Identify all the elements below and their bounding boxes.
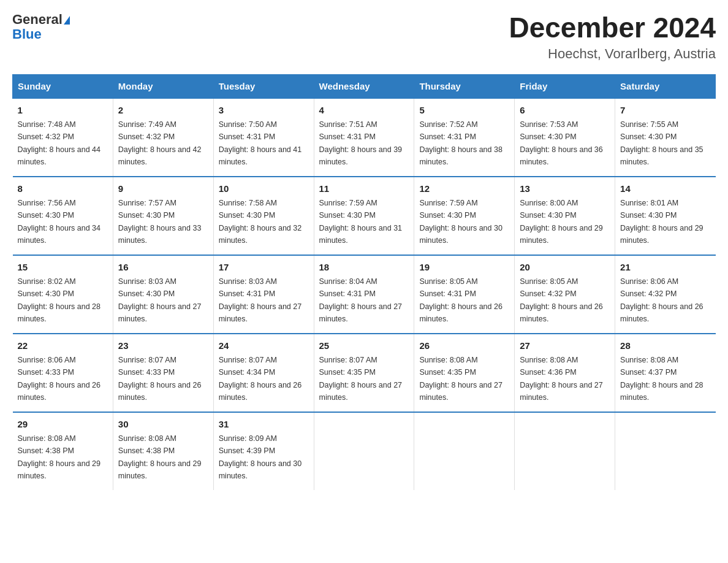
day-info: Sunrise: 7:56 AMSunset: 4:30 PMDaylight:… [18, 199, 101, 245]
day-number: 14 [620, 182, 710, 196]
day-number: 20 [520, 261, 610, 275]
day-info: Sunrise: 8:08 AMSunset: 4:38 PMDaylight:… [18, 434, 101, 480]
day-info: Sunrise: 7:48 AMSunset: 4:32 PMDaylight:… [18, 120, 101, 166]
day-number: 10 [219, 182, 309, 196]
logo-triangle-icon [64, 16, 70, 25]
calendar-week-5: 29Sunrise: 8:08 AMSunset: 4:38 PMDayligh… [13, 412, 716, 490]
calendar-cell: 13Sunrise: 8:00 AMSunset: 4:30 PMDayligh… [515, 177, 615, 255]
day-info: Sunrise: 7:50 AMSunset: 4:31 PMDaylight:… [219, 120, 302, 166]
page-header: General Blue December 2024 Hoechst, Vora… [12, 12, 716, 62]
calendar-cell: 18Sunrise: 8:04 AMSunset: 4:31 PMDayligh… [314, 255, 414, 334]
day-number: 13 [520, 182, 610, 196]
calendar-cell: 7Sunrise: 7:55 AMSunset: 4:30 PMDaylight… [615, 98, 716, 177]
calendar-cell: 21Sunrise: 8:06 AMSunset: 4:32 PMDayligh… [615, 255, 716, 334]
day-info: Sunrise: 7:55 AMSunset: 4:30 PMDaylight:… [620, 120, 703, 166]
day-info: Sunrise: 7:52 AMSunset: 4:31 PMDaylight:… [419, 120, 502, 166]
day-info: Sunrise: 7:59 AMSunset: 4:30 PMDaylight:… [319, 199, 403, 245]
day-info: Sunrise: 7:57 AMSunset: 4:30 PMDaylight:… [118, 199, 202, 245]
day-info: Sunrise: 8:08 AMSunset: 4:38 PMDaylight:… [118, 434, 202, 480]
day-info: Sunrise: 8:06 AMSunset: 4:32 PMDaylight:… [620, 277, 703, 323]
header-sunday: Sunday [13, 74, 113, 98]
day-number: 19 [419, 261, 509, 275]
day-info: Sunrise: 8:01 AMSunset: 4:30 PMDaylight:… [620, 199, 703, 245]
calendar-cell: 26Sunrise: 8:08 AMSunset: 4:35 PMDayligh… [414, 334, 515, 412]
header-tuesday: Tuesday [213, 74, 314, 98]
calendar-cell: 4Sunrise: 7:51 AMSunset: 4:31 PMDaylight… [314, 98, 414, 177]
calendar-cell: 1Sunrise: 7:48 AMSunset: 4:32 PMDaylight… [13, 98, 113, 177]
day-number: 6 [520, 104, 610, 118]
day-number: 16 [118, 261, 208, 275]
logo-general: General [12, 12, 70, 27]
day-info: Sunrise: 8:02 AMSunset: 4:30 PMDaylight:… [18, 277, 101, 323]
calendar-cell: 3Sunrise: 7:50 AMSunset: 4:31 PMDaylight… [213, 98, 314, 177]
calendar-week-3: 15Sunrise: 8:02 AMSunset: 4:30 PMDayligh… [13, 255, 716, 334]
day-info: Sunrise: 7:51 AMSunset: 4:31 PMDaylight:… [319, 120, 403, 166]
calendar-cell: 15Sunrise: 8:02 AMSunset: 4:30 PMDayligh… [13, 255, 113, 334]
day-info: Sunrise: 8:07 AMSunset: 4:33 PMDaylight:… [118, 356, 202, 402]
day-info: Sunrise: 8:08 AMSunset: 4:35 PMDaylight:… [419, 356, 502, 402]
day-info: Sunrise: 8:07 AMSunset: 4:34 PMDaylight:… [219, 356, 302, 402]
day-number: 15 [18, 261, 108, 275]
header-saturday: Saturday [615, 74, 716, 98]
calendar-cell: 11Sunrise: 7:59 AMSunset: 4:30 PMDayligh… [314, 177, 414, 255]
day-number: 4 [319, 104, 409, 118]
calendar-week-4: 22Sunrise: 8:06 AMSunset: 4:33 PMDayligh… [13, 334, 716, 412]
logo-blue: Blue [12, 27, 70, 42]
day-number: 11 [319, 182, 409, 196]
calendar-cell: 30Sunrise: 8:08 AMSunset: 4:38 PMDayligh… [113, 412, 213, 490]
day-number: 23 [118, 339, 208, 353]
day-info: Sunrise: 8:04 AMSunset: 4:31 PMDaylight:… [319, 277, 403, 323]
calendar-cell: 10Sunrise: 7:58 AMSunset: 4:30 PMDayligh… [213, 177, 314, 255]
day-number: 26 [419, 339, 509, 353]
page-subtitle: Hoechst, Vorarlberg, Austria [509, 46, 716, 62]
day-number: 25 [319, 339, 409, 353]
calendar-cell: 22Sunrise: 8:06 AMSunset: 4:33 PMDayligh… [13, 334, 113, 412]
day-number: 9 [118, 182, 208, 196]
day-info: Sunrise: 8:07 AMSunset: 4:35 PMDaylight:… [319, 356, 403, 402]
calendar-header-row: SundayMondayTuesdayWednesdayThursdayFrid… [13, 74, 716, 98]
day-number: 22 [18, 339, 108, 353]
day-info: Sunrise: 7:53 AMSunset: 4:30 PMDaylight:… [520, 120, 603, 166]
day-number: 30 [118, 418, 208, 432]
calendar-table: SundayMondayTuesdayWednesdayThursdayFrid… [12, 74, 716, 490]
calendar-cell [314, 412, 414, 490]
calendar-cell: 2Sunrise: 7:49 AMSunset: 4:32 PMDaylight… [113, 98, 213, 177]
logo: General Blue [12, 12, 70, 42]
day-number: 31 [219, 418, 309, 432]
day-number: 24 [219, 339, 309, 353]
calendar-cell: 19Sunrise: 8:05 AMSunset: 4:31 PMDayligh… [414, 255, 515, 334]
day-number: 17 [219, 261, 309, 275]
day-number: 12 [419, 182, 509, 196]
calendar-cell: 6Sunrise: 7:53 AMSunset: 4:30 PMDaylight… [515, 98, 615, 177]
header-friday: Friday [515, 74, 615, 98]
day-info: Sunrise: 8:06 AMSunset: 4:33 PMDaylight:… [18, 356, 101, 402]
calendar-cell: 9Sunrise: 7:57 AMSunset: 4:30 PMDaylight… [113, 177, 213, 255]
day-info: Sunrise: 8:00 AMSunset: 4:30 PMDaylight:… [520, 199, 603, 245]
day-number: 5 [419, 104, 509, 118]
calendar-cell [515, 412, 615, 490]
calendar-cell: 29Sunrise: 8:08 AMSunset: 4:38 PMDayligh… [13, 412, 113, 490]
day-number: 3 [219, 104, 309, 118]
title-block: December 2024 Hoechst, Vorarlberg, Austr… [509, 12, 716, 62]
day-info: Sunrise: 7:58 AMSunset: 4:30 PMDaylight:… [219, 199, 302, 245]
day-info: Sunrise: 8:05 AMSunset: 4:31 PMDaylight:… [419, 277, 502, 323]
day-number: 28 [620, 339, 710, 353]
calendar-cell: 5Sunrise: 7:52 AMSunset: 4:31 PMDaylight… [414, 98, 515, 177]
calendar-cell [414, 412, 515, 490]
calendar-cell: 31Sunrise: 8:09 AMSunset: 4:39 PMDayligh… [213, 412, 314, 490]
day-number: 18 [319, 261, 409, 275]
calendar-cell: 8Sunrise: 7:56 AMSunset: 4:30 PMDaylight… [13, 177, 113, 255]
header-thursday: Thursday [414, 74, 515, 98]
day-number: 1 [18, 104, 108, 118]
calendar-cell: 20Sunrise: 8:05 AMSunset: 4:32 PMDayligh… [515, 255, 615, 334]
day-info: Sunrise: 8:03 AMSunset: 4:30 PMDaylight:… [118, 277, 202, 323]
day-number: 2 [118, 104, 208, 118]
calendar-cell: 12Sunrise: 7:59 AMSunset: 4:30 PMDayligh… [414, 177, 515, 255]
calendar-week-2: 8Sunrise: 7:56 AMSunset: 4:30 PMDaylight… [13, 177, 716, 255]
day-info: Sunrise: 8:03 AMSunset: 4:31 PMDaylight:… [219, 277, 302, 323]
calendar-cell: 24Sunrise: 8:07 AMSunset: 4:34 PMDayligh… [213, 334, 314, 412]
calendar-cell: 23Sunrise: 8:07 AMSunset: 4:33 PMDayligh… [113, 334, 213, 412]
header-monday: Monday [113, 74, 213, 98]
calendar-cell: 27Sunrise: 8:08 AMSunset: 4:36 PMDayligh… [515, 334, 615, 412]
day-info: Sunrise: 7:49 AMSunset: 4:32 PMDaylight:… [118, 120, 202, 166]
